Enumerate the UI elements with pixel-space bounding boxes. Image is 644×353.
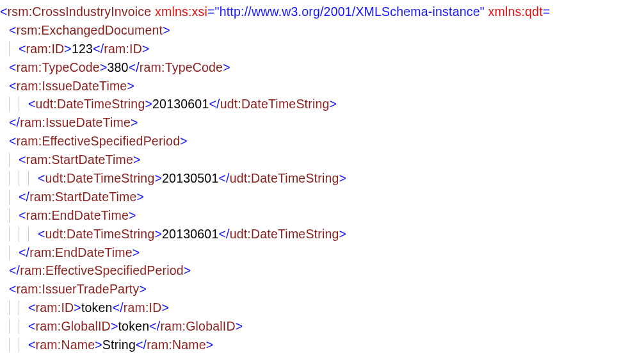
tag-name: ram:TypeCode — [17, 60, 100, 74]
tag-name: ram:IssuerTradeParty — [17, 282, 140, 296]
xml-line-startdatetime-close: </ram:StartDateTime> — [0, 188, 644, 206]
text-content: String — [102, 338, 136, 352]
xml-line-typecode: <ram:TypeCode>380</ram:TypeCode> — [0, 58, 644, 77]
attr-value: "http://www.w3.org/2001/XMLSchema-instan… — [215, 4, 485, 19]
attr-name: xmlns:qdt — [488, 4, 543, 19]
xml-line-issuedatetime-string: <udt:DateTimeString>20130601</udt:DateTi… — [0, 95, 644, 113]
xml-line-effectiveperiod-close: </ram:EffectiveSpecifiedPeriod> — [0, 261, 644, 280]
tag-name: ram:Name — [36, 338, 95, 352]
tag-name: rsm:CrossIndustryInvoice — [8, 4, 152, 19]
tag-name: ram:IssueDateTime — [17, 79, 127, 93]
xml-line-root-open: <rsm:CrossIndustryInvoice xmlns:xsi="htt… — [0, 3, 644, 21]
xml-line-globalid: <ram:GlobalID>token</ram:GlobalID> — [0, 317, 644, 336]
tag-name: ram:ID — [104, 42, 142, 56]
tag-name: udt:DateTimeString — [230, 227, 339, 241]
xml-line-id: <ram:ID>123</ram:ID> — [0, 40, 644, 58]
xml-line-effectiveperiod-open: <ram:EffectiveSpecifiedPeriod> — [0, 132, 644, 151]
text-content: 380 — [107, 60, 128, 74]
tag-name: ram:EndDateTime — [26, 208, 129, 222]
text-content: token — [81, 300, 113, 315]
tag-name: ram:TypeCode — [140, 60, 223, 74]
tag-name: ram:GlobalID — [36, 319, 111, 333]
tag-name: ram:StartDateTime — [29, 190, 136, 204]
tag-name: ram:EffectiveSpecifiedPeriod — [20, 263, 184, 277]
xml-line-enddatetime-string: <udt:DateTimeString>20130601</udt:DateTi… — [0, 225, 644, 243]
tag-name: ram:EffectiveSpecifiedPeriod — [17, 134, 181, 148]
text-content: 20130501 — [162, 171, 218, 185]
tag-name: udt:DateTimeString — [45, 227, 155, 241]
xml-line-enddatetime-close: </ram:EndDateTime> — [0, 243, 644, 262]
tag-name: udt:DateTimeString — [36, 97, 145, 111]
tag-name: udt:DateTimeString — [45, 171, 155, 185]
tag-name: ram:ID — [36, 300, 74, 315]
tag-name: ram:ID — [26, 42, 65, 56]
xml-line-startdatetime-open: <ram:StartDateTime> — [0, 151, 644, 169]
xml-line-issuer-id: <ram:ID>token</ram:ID> — [0, 299, 644, 317]
xml-line-enddatetime-open: <ram:EndDateTime> — [0, 206, 644, 225]
xml-line-issuedatetime-close: </ram:IssueDateTime> — [0, 113, 644, 132]
tag-name: ram:Name — [147, 338, 206, 352]
text-content: 20130601 — [152, 97, 209, 111]
text-content: 20130601 — [162, 227, 218, 241]
text-content: token — [118, 319, 149, 333]
xml-code-view: <rsm:CrossIndustryInvoice xmlns:xsi="htt… — [0, 0, 644, 353]
tag-name: udt:DateTimeString — [220, 97, 330, 111]
tag-name: udt:DateTimeString — [230, 171, 339, 185]
tag-name: ram:IssueDateTime — [20, 115, 131, 129]
xml-line-issuedatetime-open: <ram:IssueDateTime> — [0, 77, 644, 95]
xml-line-issuertradeparty-open: <ram:IssuerTradeParty> — [0, 280, 644, 299]
xml-line-startdatetime-string: <udt:DateTimeString>20130501</udt:DateTi… — [0, 169, 644, 188]
tag-name: rsm:ExchangedDocument — [17, 23, 163, 37]
tag-name: ram:ID — [124, 300, 162, 315]
tag-name: ram:GlobalID — [160, 319, 235, 333]
text-content: 123 — [72, 42, 93, 56]
xml-line-name: <ram:Name>String</ram:Name> — [0, 336, 644, 353]
tag-name: ram:StartDateTime — [26, 152, 133, 167]
tag-name: ram:EndDateTime — [29, 245, 133, 259]
attr-name: xmlns:xsi — [155, 4, 207, 19]
xml-line-exchanged-document-open: <rsm:ExchangedDocument> — [0, 21, 644, 40]
